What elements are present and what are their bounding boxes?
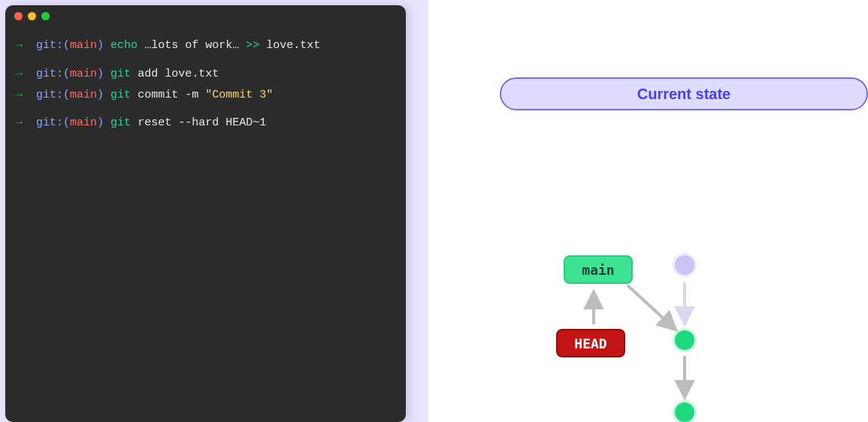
branch-name: main (70, 39, 97, 52)
paren-close: ) (97, 89, 104, 101)
paren-open: ( (63, 39, 70, 52)
cmd-keyword: git (110, 68, 131, 80)
terminal-line: → git:(main) git add love.txt (16, 64, 395, 85)
spacer (16, 56, 395, 64)
terminal-line: → git:(main) git reset --hard HEAD~1 (16, 113, 395, 134)
spacer (16, 105, 395, 113)
minimize-icon[interactable] (28, 12, 36, 20)
titlebar (5, 5, 406, 26)
prompt-arrow-icon: → (16, 68, 23, 80)
git-label: git: (36, 68, 63, 80)
head-pointer-label: HEAD (574, 336, 606, 351)
commit-dot-faded (675, 255, 694, 275)
state-label-text: Current state (637, 86, 730, 103)
cmd-text: add love.txt (131, 68, 219, 80)
cmd-redirect: >> (246, 39, 259, 52)
current-state-label: Current state (500, 77, 868, 110)
right-pane: Current state main HEAD (428, 0, 868, 422)
cmd-text: commit -m (131, 89, 205, 101)
paren-open: ( (63, 68, 70, 80)
branch-name: main (70, 89, 97, 101)
terminal-line: → git:(main) git commit -m "Commit 3" (16, 85, 395, 106)
git-label: git: (36, 89, 63, 101)
terminal-body: → git:(main) echo …lots of work… >> love… (5, 26, 406, 143)
paren-close: ) (97, 68, 104, 80)
git-label: git: (36, 39, 63, 52)
maximize-icon[interactable] (41, 12, 50, 20)
paren-open: ( (63, 89, 70, 101)
commit-dot (675, 330, 694, 350)
cmd-keyword: echo (110, 39, 138, 52)
commit-dot (675, 402, 694, 422)
prompt-arrow-icon: → (16, 89, 23, 101)
git-label: git: (36, 116, 63, 129)
cmd-text: love.txt (259, 39, 320, 52)
cmd-keyword: git (110, 89, 131, 101)
paren-close: ) (97, 39, 104, 52)
git-graph: main HEAD (564, 255, 864, 422)
cmd-text: …lots of work… (138, 39, 246, 52)
head-pointer-node: HEAD (556, 329, 625, 357)
left-pane: → git:(main) echo …lots of work… >> love… (0, 0, 428, 422)
prompt-arrow-icon: → (16, 116, 23, 129)
cmd-text: reset --hard HEAD~1 (131, 116, 266, 129)
main-branch-node: main (564, 255, 633, 284)
main-branch-label: main (582, 262, 614, 278)
paren-close: ) (97, 116, 104, 129)
paren-open: ( (63, 116, 70, 129)
close-icon[interactable] (14, 12, 23, 20)
cmd-string: "Commit 3" (205, 89, 273, 101)
arrow-main-to-commit (628, 285, 675, 329)
branch-name: main (70, 68, 97, 80)
branch-name: main (70, 116, 97, 129)
terminal-window: → git:(main) echo …lots of work… >> love… (5, 5, 406, 422)
cmd-keyword: git (110, 116, 131, 129)
prompt-arrow-icon: → (16, 39, 23, 52)
terminal-line: → git:(main) echo …lots of work… >> love… (16, 35, 395, 56)
